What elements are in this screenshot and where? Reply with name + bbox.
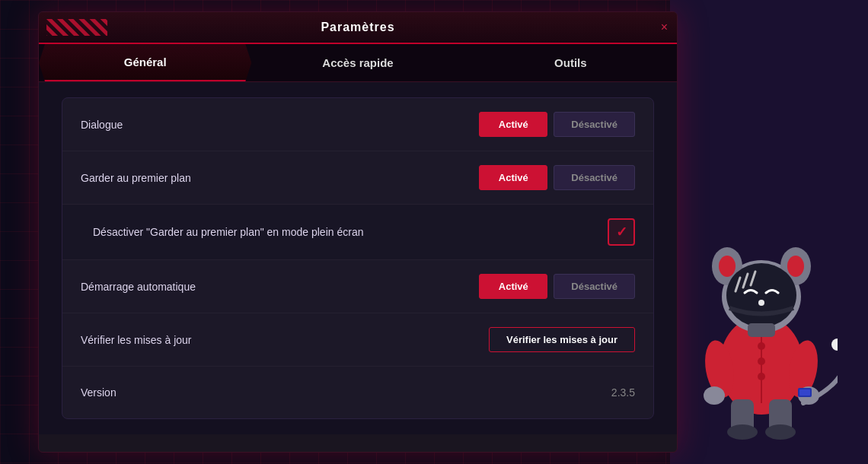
version-value: 2.3.5 — [611, 386, 635, 399]
setting-row-demarrage: Démarrage automatique Activé Désactivé — [62, 260, 653, 313]
setting-row-dialogue: Dialogue Activé Désactivé — [62, 98, 653, 151]
mascot-svg — [685, 167, 838, 441]
setting-label-dialogue: Dialogue — [81, 119, 479, 131]
settings-panel: Dialogue Activé Désactivé Garder au prem… — [62, 97, 654, 419]
toggle-dialogue: Activé Désactivé — [479, 112, 635, 137]
btn-dialogue-inactive[interactable]: Désactivé — [554, 112, 635, 137]
svg-rect-2 — [46, 19, 107, 36]
setting-label-version: Version — [81, 386, 611, 399]
tab-acces-rapide[interactable]: Accès rapide — [251, 44, 464, 81]
btn-demarrage-inactive[interactable]: Désactivé — [554, 274, 635, 299]
settings-content: Dialogue Activé Désactivé Garder au prem… — [39, 82, 677, 434]
btn-check-updates[interactable]: Vérifier les mises à jour — [489, 327, 635, 352]
setting-label-updates: Vérifier les mises à jour — [81, 334, 489, 346]
svg-point-22 — [758, 300, 764, 306]
btn-garder-inactive[interactable]: Désactivé — [554, 165, 635, 190]
svg-point-12 — [831, 338, 838, 351]
btn-dialogue-active[interactable]: Activé — [479, 112, 547, 137]
tab-general[interactable]: Général — [39, 44, 251, 81]
mascot-character — [685, 167, 853, 449]
toggle-garder: Activé Désactivé — [479, 165, 635, 190]
svg-point-17 — [787, 256, 804, 277]
modal-title: Paramètres — [321, 21, 394, 34]
svg-point-25 — [758, 358, 765, 365]
svg-point-24 — [758, 342, 765, 350]
setting-label-demarrage: Démarrage automatique — [81, 281, 479, 293]
setting-row-updates: Vérifier les mises à jour Vérifier les m… — [62, 313, 653, 367]
checkbox-fullscreen: ✓ — [608, 218, 635, 246]
svg-point-18 — [726, 263, 796, 327]
setting-row-version: Version 2.3.5 — [62, 367, 653, 418]
stripe-decoration — [46, 19, 107, 36]
tab-outils[interactable]: Outils — [464, 44, 677, 81]
settings-modal: Paramètres × Général Accès rapide Outils… — [38, 11, 678, 453]
btn-garder-active[interactable]: Activé — [479, 165, 547, 190]
setting-row-garder: Garder au premier plan Activé Désactivé — [62, 151, 653, 205]
setting-label-garder: Garder au premier plan — [81, 172, 479, 184]
btn-demarrage-active[interactable]: Activé — [479, 274, 547, 299]
svg-rect-29 — [748, 323, 775, 337]
checkmark-icon: ✓ — [616, 224, 627, 240]
tab-bar: Général Accès rapide Outils — [39, 44, 677, 82]
svg-rect-28 — [799, 389, 810, 396]
svg-point-15 — [719, 256, 736, 277]
svg-point-26 — [758, 373, 765, 380]
checkbox-fullscreen-btn[interactable]: ✓ — [608, 218, 635, 246]
controls-updates: Vérifier les mises à jour — [489, 327, 635, 352]
title-bar: Paramètres × — [39, 12, 677, 44]
svg-point-10 — [704, 386, 725, 405]
close-button[interactable]: × — [661, 21, 668, 33]
setting-label-fullscreen: Désactiver "Garder au premier plan" en m… — [93, 226, 608, 238]
toggle-demarrage: Activé Désactivé — [479, 274, 635, 299]
setting-row-fullscreen: Désactiver "Garder au premier plan" en m… — [62, 205, 653, 260]
svg-point-7 — [765, 424, 796, 440]
svg-point-6 — [727, 424, 758, 440]
